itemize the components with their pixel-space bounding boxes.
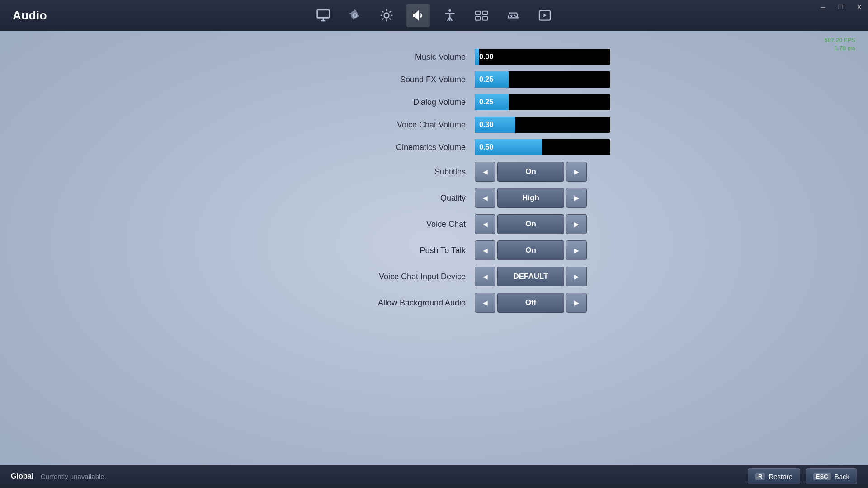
restore-key: R	[755, 473, 765, 480]
voicechat-input-value: DEFAULT	[497, 267, 564, 286]
quality-value: High	[497, 188, 564, 208]
voicechat-row: Voice Chat ◀ On ▶	[307, 214, 651, 234]
nav-icons	[311, 4, 557, 27]
nav-replay[interactable]	[533, 4, 557, 27]
fps-counter: 587.20 FPS 1.70 ms	[824, 36, 855, 52]
svg-rect-16	[483, 11, 488, 15]
nav-display[interactable]	[311, 4, 335, 27]
background-audio-label: Allow Background Audio	[307, 298, 475, 308]
bottom-bar: Global Currently unavailable. R Restore …	[0, 465, 868, 488]
subtitles-value: On	[497, 162, 564, 182]
background-audio-next-button[interactable]: ▶	[566, 293, 587, 313]
svg-line-11	[382, 19, 384, 20]
background-audio-row: Allow Background Audio ◀ Off ▶	[307, 293, 651, 313]
cinematics-volume-row: Cinematics Volume 0.50	[307, 139, 651, 155]
svg-rect-18	[483, 17, 488, 20]
restore-label: Restore	[769, 473, 793, 480]
back-key: ESC	[813, 473, 831, 480]
soundfx-volume-value: 0.25	[479, 75, 493, 84]
svg-marker-24	[543, 14, 547, 17]
back-button[interactable]: ESC Back	[806, 468, 857, 484]
restore-button[interactable]: R Restore	[748, 468, 800, 484]
voicechat-volume-value: 0.30	[479, 121, 493, 129]
subtitles-row: Subtitles ◀ On ▶	[307, 162, 651, 182]
cinematics-volume-label: Cinematics Volume	[307, 143, 475, 152]
top-bar: Audio	[0, 0, 868, 31]
pushtotalk-toggle: ◀ On ▶	[475, 240, 587, 260]
restore-button[interactable]: ❐	[832, 0, 850, 14]
pushtotalk-row: Push To Talk ◀ On ▶	[307, 240, 651, 260]
background-audio-toggle: ◀ Off ▶	[475, 293, 587, 313]
svg-line-10	[390, 19, 391, 20]
svg-point-14	[448, 9, 451, 12]
music-volume-row: Music Volume 0.00	[307, 49, 651, 65]
global-label: Global	[11, 472, 33, 480]
music-volume-value: 0.00	[479, 53, 493, 61]
subtitles-prev-button[interactable]: ◀	[475, 162, 495, 182]
main-content: Music Volume 0.00 Sound FX Volume 0.25 D…	[0, 31, 868, 319]
voicechat-input-next-button[interactable]: ▶	[566, 267, 587, 286]
pushtotalk-value: On	[497, 240, 564, 260]
cinematics-volume-value: 0.50	[479, 143, 493, 151]
nav-accessibility[interactable]	[438, 4, 462, 27]
soundfx-volume-row: Sound FX Volume 0.25	[307, 71, 651, 88]
status-text: Currently unavailable.	[41, 473, 106, 480]
svg-rect-15	[476, 11, 481, 15]
soundfx-volume-slider[interactable]: 0.25	[475, 71, 610, 88]
svg-line-9	[382, 11, 384, 13]
minimize-button[interactable]: ─	[814, 0, 832, 14]
svg-marker-13	[413, 10, 419, 21]
voicechat-volume-slider[interactable]: 0.30	[475, 117, 610, 133]
back-label: Back	[835, 473, 849, 480]
bottom-actions: R Restore ESC Back	[748, 468, 857, 484]
subtitles-next-button[interactable]: ▶	[566, 162, 587, 182]
svg-point-4	[384, 13, 389, 18]
voicechat-toggle: ◀ On ▶	[475, 214, 587, 234]
background-audio-value: Off	[497, 293, 564, 313]
voicechat-input-row: Voice Chat Input Device ◀ DEFAULT ▶	[307, 267, 651, 286]
quality-prev-button[interactable]: ◀	[475, 188, 495, 208]
nav-video[interactable]	[375, 4, 398, 27]
voicechat-next-button[interactable]: ▶	[566, 214, 587, 234]
voicechat-volume-row: Voice Chat Volume 0.30	[307, 117, 651, 133]
svg-rect-0	[317, 10, 330, 18]
svg-point-21	[514, 15, 516, 16]
svg-line-12	[390, 11, 391, 13]
voicechat-input-toggle: ◀ DEFAULT ▶	[475, 267, 587, 286]
fps-ms: 1.70 ms	[824, 44, 855, 52]
quality-row: Quality ◀ High ▶	[307, 188, 651, 208]
voicechat-volume-label: Voice Chat Volume	[307, 120, 475, 130]
voicechat-label: Voice Chat	[307, 220, 475, 229]
window-controls: ─ ❐ ✕	[814, 0, 868, 14]
svg-rect-17	[476, 17, 481, 20]
nav-hud[interactable]	[470, 4, 493, 27]
music-volume-slider[interactable]: 0.00	[475, 49, 610, 65]
pushtotalk-prev-button[interactable]: ◀	[475, 240, 495, 260]
cinematics-volume-slider[interactable]: 0.50	[475, 139, 610, 155]
pushtotalk-next-button[interactable]: ▶	[566, 240, 587, 260]
settings-area: Music Volume 0.00 Sound FX Volume 0.25 D…	[307, 49, 651, 319]
subtitles-label: Subtitles	[307, 167, 475, 177]
music-volume-label: Music Volume	[307, 52, 475, 62]
page-title: Audio	[0, 9, 47, 23]
dialog-volume-slider[interactable]: 0.25	[475, 94, 610, 110]
voicechat-input-prev-button[interactable]: ◀	[475, 267, 495, 286]
pushtotalk-label: Push To Talk	[307, 246, 475, 255]
nav-controller[interactable]	[501, 4, 525, 27]
nav-settings[interactable]	[343, 4, 367, 27]
dialog-volume-value: 0.25	[479, 98, 493, 106]
voicechat-value: On	[497, 214, 564, 234]
dialog-volume-label: Dialog Volume	[307, 98, 475, 107]
quality-toggle: ◀ High ▶	[475, 188, 587, 208]
background-audio-prev-button[interactable]: ◀	[475, 293, 495, 313]
dialog-volume-row: Dialog Volume 0.25	[307, 94, 651, 110]
subtitles-toggle: ◀ On ▶	[475, 162, 587, 182]
nav-audio[interactable]	[406, 4, 430, 27]
quality-label: Quality	[307, 193, 475, 203]
voicechat-prev-button[interactable]: ◀	[475, 214, 495, 234]
soundfx-volume-label: Sound FX Volume	[307, 75, 475, 84]
svg-point-22	[515, 16, 517, 17]
voicechat-input-label: Voice Chat Input Device	[307, 272, 475, 282]
close-button[interactable]: ✕	[850, 0, 868, 14]
quality-next-button[interactable]: ▶	[566, 188, 587, 208]
